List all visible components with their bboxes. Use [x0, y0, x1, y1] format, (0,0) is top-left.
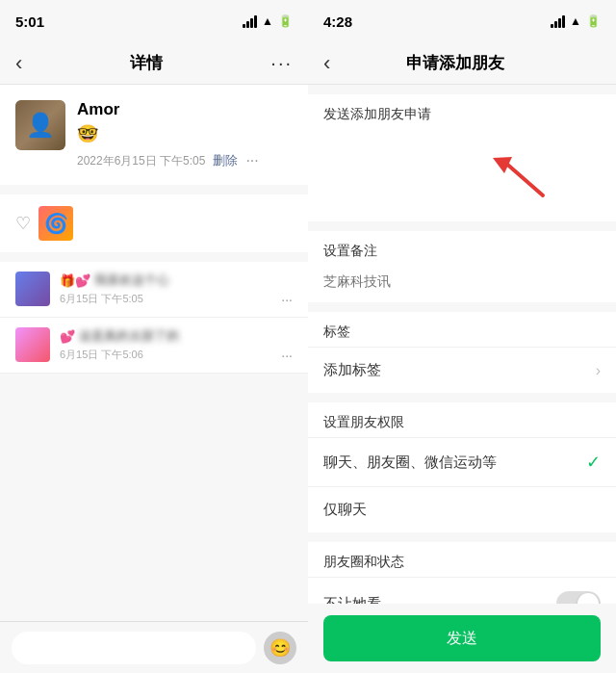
right-panel: 4:28 ▲ 🔋 ‹ 申请添加朋友 发送添加朋友申请 [308, 0, 616, 673]
comment-content-1: 🎁💕 我喜欢这个心 6月15日 下午5:05 ··· [60, 272, 293, 307]
wifi-icon: ▲ [262, 14, 273, 28]
gif-icon: 🌀 [44, 212, 68, 235]
send-request-label: 发送添加朋友申请 [323, 106, 601, 123]
circle-label: 朋友圈和状态 [308, 542, 616, 577]
emoji-icon: 😊 [270, 637, 291, 659]
left-status-icons: ▲ 🔋 [243, 14, 293, 28]
avatar [15, 100, 65, 150]
right-battery-icon: 🔋 [586, 14, 601, 28]
comment-meta-1: 6月15日 下午5:05 ··· [60, 292, 293, 307]
comment-emoji-2: 💕 [60, 329, 75, 344]
avatar-image [15, 100, 65, 150]
left-status-bar: 5:01 ▲ 🔋 [0, 0, 308, 42]
svg-line-0 [504, 162, 543, 195]
send-request-section: 发送添加朋友申请 [308, 94, 616, 221]
comment-text-1: 🎁💕 我喜欢这个心 [60, 272, 293, 289]
note-section: 设置备注 [308, 231, 616, 302]
like-section: ♡ 🌀 [0, 194, 308, 252]
right-wifi-icon: ▲ [570, 14, 581, 28]
comment-blurred-1: 我喜欢这个心 [94, 272, 169, 289]
tag-label: 标签 [308, 312, 616, 347]
comments-section: 🎁💕 我喜欢这个心 6月15日 下午5:05 ··· 💕 这是真的太甜了的 6月… [0, 262, 308, 374]
permission-text-1: 聊天、朋友圈、微信运动等 [323, 453, 497, 472]
add-tag-row[interactable]: 添加标签 › [308, 347, 616, 393]
comment-item: 🎁💕 我喜欢这个心 6月15日 下午5:05 ··· [0, 262, 308, 318]
left-time: 5:01 [15, 13, 44, 30]
profile-section: Amor 🤓 2022年6月15日 下午5:05 删除 ··· [0, 85, 308, 185]
permission-option-1[interactable]: 聊天、朋友圈、微信运动等 ✓ [308, 437, 616, 486]
chevron-right-icon: › [596, 362, 601, 379]
more-button[interactable]: ··· [270, 52, 293, 74]
comment-text-2: 💕 这是真的太甜了的 [60, 327, 293, 345]
message-input[interactable] [12, 632, 256, 664]
right-back-button[interactable]: ‹ [323, 51, 330, 76]
profile-info: Amor 🤓 2022年6月15日 下午5:05 删除 ··· [77, 100, 293, 169]
permissions-label: 设置朋友权限 [308, 402, 616, 437]
permission-text-2: 仅聊天 [323, 501, 367, 519]
comment-item-2: 💕 这是真的太甜了的 6月15日 下午5:06 ··· [0, 318, 308, 374]
arrow-hint [485, 152, 552, 209]
bottom-bar: 😊 [0, 621, 308, 673]
send-button-container: 发送 [308, 604, 616, 673]
battery-icon: 🔋 [278, 14, 293, 28]
right-signal-icon [551, 15, 565, 28]
send-button[interactable]: 发送 [323, 615, 601, 661]
tag-section: 标签 添加标签 › [308, 312, 616, 393]
left-header: ‹ 详情 ··· [0, 42, 308, 85]
like-gif: 🌀 [38, 206, 73, 241]
right-page-title: 申请添加朋友 [406, 52, 504, 74]
emoji-button[interactable]: 😊 [264, 632, 296, 664]
profile-emoji: 🤓 [77, 123, 293, 144]
commenter-avatar-1 [15, 272, 50, 306]
comment-more-1[interactable]: ··· [281, 292, 293, 307]
profile-name: Amor [77, 100, 293, 119]
signal-icon [243, 15, 257, 28]
back-button[interactable]: ‹ [15, 51, 22, 76]
profile-more-button[interactable]: ··· [245, 152, 258, 169]
comment-more-2[interactable]: ··· [281, 348, 293, 363]
permissions-section: 设置朋友权限 聊天、朋友圈、微信运动等 ✓ 仅聊天 [308, 402, 616, 532]
delete-button[interactable]: 删除 [213, 152, 238, 169]
commenter-avatar-2 [15, 327, 50, 362]
profile-timestamp: 2022年6月15日 下午5:05 [77, 153, 205, 169]
request-input-wrapper [323, 133, 601, 210]
red-arrow-icon [485, 152, 552, 205]
add-tag-label: 添加标签 [323, 361, 381, 379]
comment-meta-2: 6月15日 下午5:06 ··· [60, 348, 293, 363]
like-icon[interactable]: ♡ [15, 213, 31, 234]
comment-time-2: 6月15日 下午5:06 [60, 348, 143, 363]
right-time: 4:28 [323, 13, 352, 30]
left-panel: 5:01 ▲ 🔋 ‹ 详情 ··· Amor 🤓 2022年6月15日 下午5:… [0, 0, 308, 673]
page-title: 详情 [130, 52, 163, 74]
right-status-bar: 4:28 ▲ 🔋 [308, 0, 616, 42]
note-input[interactable] [308, 266, 616, 302]
comment-emoji-1: 🎁💕 [60, 273, 90, 288]
right-status-icons: ▲ 🔋 [551, 14, 601, 28]
permission-option-2[interactable]: 仅聊天 [308, 486, 616, 532]
comment-time-1: 6月15日 下午5:05 [60, 292, 143, 307]
note-label: 设置备注 [308, 231, 616, 266]
right-content: 发送添加朋友申请 设置备注 标签 [308, 85, 616, 673]
comment-content-2: 💕 这是真的太甜了的 6月15日 下午5:06 ··· [60, 327, 293, 363]
right-header: ‹ 申请添加朋友 [308, 42, 616, 85]
check-icon: ✓ [586, 452, 601, 473]
profile-meta: 2022年6月15日 下午5:05 删除 ··· [77, 152, 293, 169]
comment-blurred-2: 这是真的太甜了的 [79, 327, 179, 345]
